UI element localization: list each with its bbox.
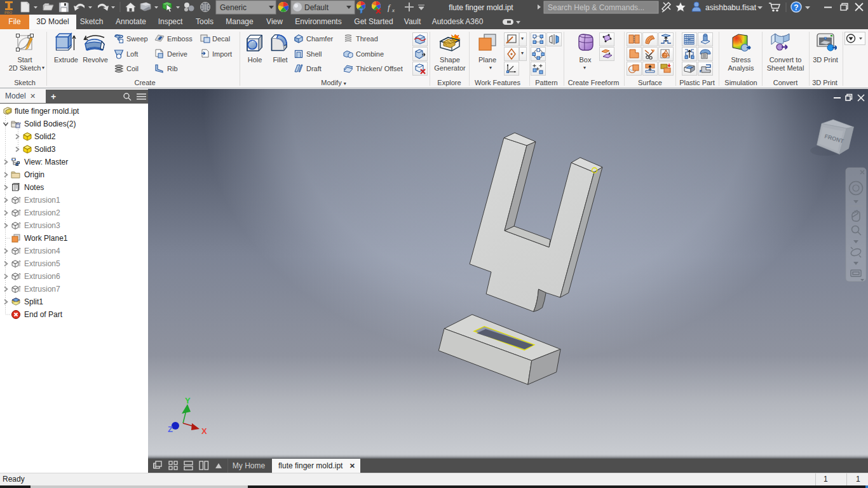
svg-text:Z: Z — [168, 424, 173, 434]
svg-text:?: ? — [794, 3, 798, 12]
svg-text:Generic: Generic — [220, 3, 247, 12]
svg-text:X: X — [201, 426, 207, 436]
svg-text:f: f — [388, 3, 391, 12]
svg-text:flute finger mold.ipt: flute finger mold.ipt — [449, 3, 513, 12]
svg-text:Y: Y — [185, 396, 191, 405]
svg-text:x: x — [391, 7, 395, 13]
svg-text:Default: Default — [304, 3, 329, 12]
svg-text:asishbabu.fisat: asishbabu.fisat — [705, 3, 757, 12]
svg-text:Search Help & Commands...: Search Help & Commands... — [548, 3, 644, 12]
